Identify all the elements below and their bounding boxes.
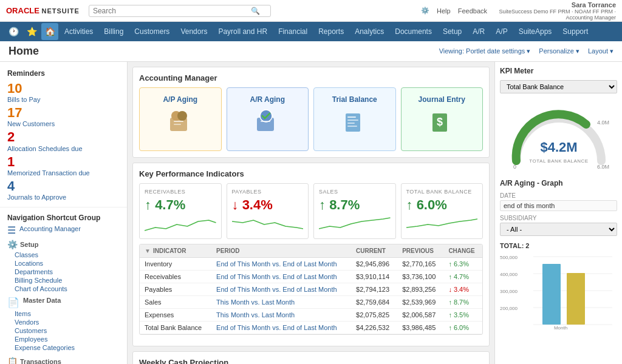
table-row: Inventory End of This Month vs. End of L… bbox=[140, 258, 482, 271]
svg-text:500,000: 500,000 bbox=[500, 255, 518, 260]
am-ap-aging[interactable]: A/P Aging bbox=[139, 87, 222, 151]
nav-setup[interactable]: Setup bbox=[438, 25, 466, 38]
row-indicator: Inventory bbox=[140, 258, 211, 271]
feedback-link[interactable]: Feedback bbox=[458, 7, 487, 15]
journals-label[interactable]: Journals to Approve bbox=[7, 194, 120, 201]
row-previous: $3,986,485 bbox=[397, 322, 443, 334]
ar-aging-title: A/R Aging - Graph bbox=[500, 179, 617, 187]
setup-classes[interactable]: Classes bbox=[0, 251, 127, 259]
row-previous: $2,770,165 bbox=[397, 258, 443, 271]
master-expenses[interactable]: Expense Categories bbox=[0, 343, 127, 352]
allocation-label[interactable]: Allocation Schedules due bbox=[7, 145, 120, 152]
nav-home-icon[interactable]: 🏠 bbox=[41, 23, 58, 40]
row-period[interactable]: This Month vs. Last Month bbox=[211, 309, 351, 322]
nav-ar[interactable]: A/R bbox=[468, 25, 490, 38]
svg-text:300,000: 300,000 bbox=[500, 289, 518, 294]
nav-ap[interactable]: A/P bbox=[491, 25, 512, 38]
memorized-label[interactable]: Memorized Transaction due bbox=[7, 169, 120, 177]
bills-label[interactable]: Bills to Pay bbox=[7, 96, 120, 103]
setup-chart[interactable]: Chart of Accounts bbox=[0, 285, 127, 293]
svg-text:TOTAL BANK BALANCE: TOTAL BANK BALANCE bbox=[529, 158, 588, 164]
row-period[interactable]: This Month vs. Last Month bbox=[211, 296, 351, 309]
search-input[interactable] bbox=[93, 7, 251, 15]
kpi-title: Key Performance Indicators bbox=[139, 169, 483, 178]
am-ar-aging[interactable]: A/R Aging bbox=[227, 87, 309, 151]
am-ap-aging-title: A/P Aging bbox=[145, 95, 216, 104]
row-period[interactable]: End of This Month vs. End of Last Month bbox=[211, 271, 351, 283]
help-link[interactable]: Help bbox=[437, 7, 451, 15]
nav-customers[interactable]: Customers bbox=[129, 25, 174, 38]
row-indicator: Expenses bbox=[140, 309, 211, 322]
reminder-bills[interactable]: 10 Bills to Pay bbox=[0, 80, 127, 104]
kpi-sales-value: ↑ 8.7% bbox=[319, 197, 391, 213]
accounting-manager-group[interactable]: ☰ Accounting Manager bbox=[0, 223, 127, 237]
nav-payroll[interactable]: Payroll and HR bbox=[213, 25, 272, 38]
accounting-manager-link[interactable]: Accounting Manager bbox=[19, 224, 95, 233]
am-journal-entry[interactable]: Journal Entry $ bbox=[401, 87, 484, 151]
memorized-count: 1 bbox=[7, 155, 120, 169]
nav-analytics[interactable]: Analytics bbox=[350, 25, 389, 38]
kpi-meter-dropdown[interactable]: Total Bank Balance bbox=[500, 80, 617, 93]
subsidiary-label: SUBSIDIARY bbox=[500, 215, 617, 221]
nav-financial[interactable]: Financial bbox=[273, 25, 312, 38]
master-customers[interactable]: Customers bbox=[0, 326, 127, 335]
nav-clock-icon[interactable]: 🕐 bbox=[5, 23, 22, 40]
svg-text:200,000: 200,000 bbox=[500, 306, 518, 311]
kpi-receivables[interactable]: RECEIVABLES ↑ 4.7% bbox=[139, 183, 222, 239]
setup-locations[interactable]: Locations bbox=[0, 259, 127, 268]
nav-vendors[interactable]: Vendors bbox=[176, 25, 212, 38]
nav-star-icon[interactable]: ⭐ bbox=[23, 23, 40, 40]
nav-activities[interactable]: Activities bbox=[60, 25, 98, 38]
kpi-bank-label: TOTAL BANK BALANCE bbox=[406, 189, 478, 195]
kpi-bank-balance[interactable]: TOTAL BANK BALANCE ↑ 6.0% bbox=[401, 183, 484, 239]
master-employees[interactable]: Employees bbox=[0, 335, 127, 343]
row-previous: $3,736,100 bbox=[397, 271, 443, 283]
kpi-sales[interactable]: SALES ↑ 8.7% bbox=[313, 183, 396, 239]
subsidiary-field: SUBSIDIARY - All - bbox=[500, 215, 617, 238]
nav-documents[interactable]: Documents bbox=[390, 25, 437, 38]
nav-reports[interactable]: Reports bbox=[313, 25, 349, 38]
reminder-customers[interactable]: 17 New Customers bbox=[0, 104, 127, 129]
row-indicator: Receivables bbox=[140, 271, 211, 283]
kpi-pay-label: PAYABLES bbox=[232, 189, 304, 195]
reminder-memorized[interactable]: 1 Memorized Transaction due bbox=[0, 153, 127, 178]
portlet-date-settings[interactable]: Viewing: Portlet date settings bbox=[439, 47, 531, 55]
kpi-pay-value: ↓ 3.4% bbox=[232, 197, 304, 213]
master-vendors[interactable]: Vendors bbox=[0, 318, 127, 326]
kpi-rec-label: RECEIVABLES bbox=[145, 189, 216, 195]
kpi-bank-value: ↑ 6.0% bbox=[406, 197, 478, 213]
row-period[interactable]: End of This Month vs. End of Last Month bbox=[211, 283, 351, 296]
layout-button[interactable]: Layout bbox=[588, 47, 613, 55]
user-info: Sara Torrance SuiteSuccess Demo FF PRM ·… bbox=[494, 1, 616, 21]
setup-departments[interactable]: Departments bbox=[0, 268, 127, 276]
row-period[interactable]: End of This Month vs. End of Last Month bbox=[211, 322, 351, 334]
am-journal-entry-title: Journal Entry bbox=[406, 95, 478, 104]
page-title-bar: Home Viewing: Portlet date settings Pers… bbox=[0, 41, 622, 62]
row-indicator: Total Bank Balance bbox=[140, 322, 211, 334]
nav-support[interactable]: Support bbox=[558, 25, 593, 38]
table-row: Expenses This Month vs. Last Month $2,07… bbox=[140, 309, 482, 322]
reminder-journals[interactable]: 4 Journals to Approve bbox=[0, 178, 127, 202]
sort-icon[interactable]: ▼ bbox=[145, 248, 151, 254]
svg-rect-31 bbox=[567, 273, 585, 325]
row-change: ↑ 6.0% bbox=[443, 322, 482, 334]
nav-suiteapps[interactable]: SuiteApps bbox=[514, 25, 557, 38]
logo: ORACLE NETSUITE bbox=[6, 6, 80, 15]
master-items[interactable]: Items bbox=[0, 309, 127, 318]
search-box[interactable]: 🔍 bbox=[89, 5, 271, 17]
row-period[interactable]: End of This Month vs. End of Last Month bbox=[211, 258, 351, 271]
setup-billing[interactable]: Billing Schedule bbox=[0, 276, 127, 285]
nav-shortcut-title: Navigation Shortcut Group bbox=[0, 211, 127, 223]
subsidiary-dropdown[interactable]: - All - bbox=[500, 223, 617, 236]
customers-label[interactable]: New Customers bbox=[7, 120, 120, 127]
user-actions-icon[interactable]: ⚙️ bbox=[421, 7, 429, 15]
kpi-col-current: CURRENT bbox=[351, 244, 397, 258]
nav-billing[interactable]: Billing bbox=[99, 25, 128, 38]
am-trial-balance[interactable]: Trial Balance bbox=[313, 87, 396, 151]
row-change: ↑ 6.3% bbox=[443, 258, 482, 271]
svg-text:6.0M: 6.0M bbox=[597, 164, 609, 170]
kpi-payables[interactable]: PAYABLES ↓ 3.4% bbox=[227, 183, 309, 239]
personalize-button[interactable]: Personalize bbox=[539, 47, 579, 55]
row-indicator: Sales bbox=[140, 296, 211, 309]
reminder-allocation[interactable]: 2 Allocation Schedules due bbox=[0, 129, 127, 153]
